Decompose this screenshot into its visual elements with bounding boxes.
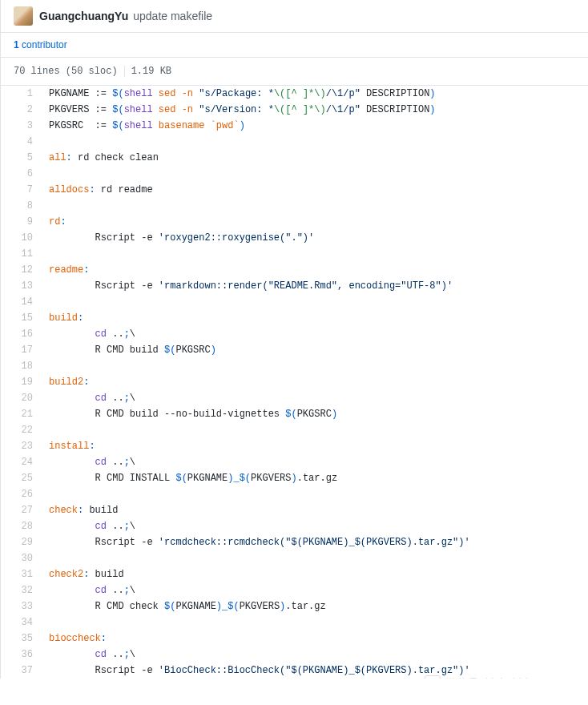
line-number[interactable]: 14 <box>1 294 41 310</box>
line-number[interactable]: 3 <box>1 118 41 134</box>
line-number[interactable]: 15 <box>1 310 41 326</box>
code-cell[interactable]: alldocs: rd readme <box>41 182 588 198</box>
code-cell[interactable] <box>41 358 588 374</box>
commit-message-link[interactable]: update makefile <box>133 10 212 22</box>
code-cell[interactable] <box>41 166 588 182</box>
code-line: 4 <box>1 134 588 150</box>
line-number[interactable]: 17 <box>1 342 41 358</box>
line-number[interactable]: 10 <box>1 230 41 246</box>
line-number[interactable]: 5 <box>1 150 41 166</box>
code-cell[interactable]: R CMD build --no-build-vignettes $(PKGSR… <box>41 406 588 422</box>
line-number[interactable]: 28 <box>1 518 41 534</box>
line-number[interactable]: 21 <box>1 406 41 422</box>
code-cell[interactable] <box>41 614 588 630</box>
line-number[interactable]: 19 <box>1 374 41 390</box>
code-line: 35bioccheck: <box>1 630 588 647</box>
code-line: 17 R CMD build $(PKGSRC) <box>1 342 588 358</box>
code-line: 20 cd ..;\ <box>1 390 588 406</box>
code-cell[interactable]: R CMD build $(PKGSRC) <box>41 342 588 358</box>
line-number[interactable]: 6 <box>1 166 41 182</box>
line-number[interactable]: 32 <box>1 582 41 598</box>
code-line: 27check: build <box>1 502 588 518</box>
line-number[interactable]: 23 <box>1 438 41 454</box>
author-avatar[interactable] <box>14 6 33 26</box>
code-cell[interactable]: check2: build <box>41 566 588 582</box>
code-cell[interactable] <box>41 134 588 150</box>
code-cell[interactable]: PKGSRC := $(shell basename `pwd`) <box>41 118 588 134</box>
code-line: 30 <box>1 550 588 566</box>
code-cell[interactable]: cd ..;\ <box>41 647 588 663</box>
line-number[interactable]: 7 <box>1 182 41 198</box>
code-cell[interactable]: R CMD check $(PKGNAME)_$(PKGVERS).tar.gz <box>41 598 588 614</box>
code-line: 26 <box>1 486 588 502</box>
code-line: 18 <box>1 358 588 374</box>
code-line: 22 <box>1 422 588 438</box>
code-cell[interactable]: cd ..;\ <box>41 390 588 406</box>
code-line: 9rd: <box>1 214 588 230</box>
code-cell[interactable]: Rscript -e 'rmarkdown::render("README.Rm… <box>41 278 588 294</box>
line-number[interactable]: 12 <box>1 262 41 278</box>
code-cell[interactable]: Rscript -e 'roxygen2::roxygenise(".")' <box>41 230 588 246</box>
code-cell[interactable]: R CMD INSTALL $(PKGNAME)_$(PKGVERS).tar.… <box>41 470 588 486</box>
line-number[interactable]: 13 <box>1 278 41 294</box>
code-line: 7alldocs: rd readme <box>1 182 588 198</box>
code-line: 31check2: build <box>1 566 588 582</box>
line-number[interactable]: 33 <box>1 598 41 614</box>
line-number[interactable]: 30 <box>1 550 41 566</box>
line-number[interactable]: 9 <box>1 214 41 230</box>
line-number[interactable]: 29 <box>1 534 41 550</box>
code-line: 8 <box>1 198 588 214</box>
code-cell[interactable]: PKGVERS := $(shell sed -n "s/Version: *\… <box>41 102 588 118</box>
line-number[interactable]: 2 <box>1 102 41 118</box>
code-cell[interactable]: rd: <box>41 214 588 230</box>
line-number[interactable]: 18 <box>1 358 41 374</box>
code-line: 29 Rscript -e 'rcmdcheck::rcmdcheck("$(P… <box>1 534 588 550</box>
line-number[interactable]: 16 <box>1 326 41 342</box>
line-number[interactable]: 35 <box>1 630 41 647</box>
line-number[interactable]: 24 <box>1 454 41 470</box>
code-line: 14 <box>1 294 588 310</box>
code-cell[interactable]: readme: <box>41 262 588 278</box>
line-number[interactable]: 27 <box>1 502 41 518</box>
author-link[interactable]: GuangchuangYu <box>39 10 128 22</box>
line-number[interactable]: 34 <box>1 614 41 630</box>
contributors-link[interactable]: 1 contributor <box>14 39 67 50</box>
line-number[interactable]: 1 <box>1 86 41 102</box>
code-cell[interactable] <box>41 198 588 214</box>
line-number[interactable]: 25 <box>1 470 41 486</box>
code-cell[interactable]: check: build <box>41 502 588 518</box>
code-cell[interactable]: Rscript -e 'rcmdcheck::rcmdcheck("$(PKGN… <box>41 534 588 550</box>
code-cell[interactable]: cd ..;\ <box>41 454 588 470</box>
code-cell[interactable]: build: <box>41 310 588 326</box>
code-line: 15build: <box>1 310 588 326</box>
line-number[interactable]: 37 <box>1 663 41 679</box>
code-cell[interactable]: PKGNAME := $(shell sed -n "s/Package: *\… <box>41 86 588 102</box>
code-cell[interactable]: cd ..;\ <box>41 326 588 342</box>
code-cell[interactable]: cd ..;\ <box>41 582 588 598</box>
separator <box>124 66 125 77</box>
code-cell[interactable] <box>41 550 588 566</box>
code-cell[interactable]: install: <box>41 438 588 454</box>
code-line: 34 <box>1 614 588 630</box>
code-cell[interactable]: build2: <box>41 374 588 390</box>
file-view: GuangchuangYu update makefile 1 contribu… <box>0 0 588 679</box>
code-cell[interactable]: all: rd check clean <box>41 150 588 166</box>
code-cell[interactable] <box>41 486 588 502</box>
line-number[interactable]: 36 <box>1 647 41 663</box>
line-count: 70 lines (50 sloc) <box>14 66 118 77</box>
code-line: 11 <box>1 246 588 262</box>
code-cell[interactable]: cd ..;\ <box>41 518 588 534</box>
code-cell[interactable] <box>41 294 588 310</box>
code-cell[interactable]: bioccheck: <box>41 630 588 647</box>
line-number[interactable]: 26 <box>1 486 41 502</box>
code-cell[interactable] <box>41 246 588 262</box>
line-number[interactable]: 31 <box>1 566 41 582</box>
line-number[interactable]: 8 <box>1 198 41 214</box>
line-number[interactable]: 4 <box>1 134 41 150</box>
code-line: 24 cd ..;\ <box>1 454 588 470</box>
line-number[interactable]: 22 <box>1 422 41 438</box>
code-cell[interactable] <box>41 422 588 438</box>
code-line: 10 Rscript -e 'roxygen2::roxygenise(".")… <box>1 230 588 246</box>
line-number[interactable]: 20 <box>1 390 41 406</box>
line-number[interactable]: 11 <box>1 246 41 262</box>
